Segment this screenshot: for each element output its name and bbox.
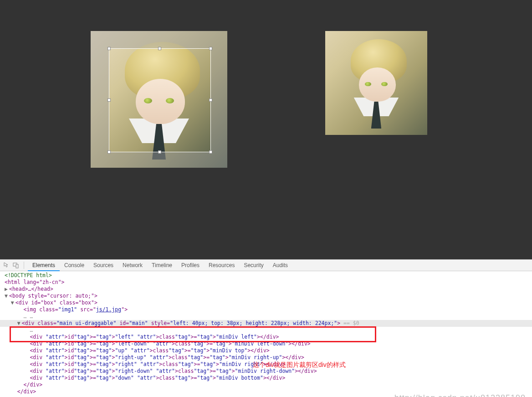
watermark: http://blog.csdn.net/u012385190 xyxy=(394,395,526,397)
crop-handle-bottom-right[interactable] xyxy=(209,150,212,154)
dom-line[interactable]: <div "attr">id"tag">="tag">"down" "attr"… xyxy=(0,375,532,382)
dom-line[interactable]: <div "attr">id"tag">="tag">"right-down" … xyxy=(0,368,532,375)
elements-panel[interactable]: <!DOCTYPE html> <html lang="zh-cn"> ▶<he… xyxy=(0,271,532,397)
crop-handle-top-left[interactable] xyxy=(107,47,111,50)
tab-network[interactable]: Network xyxy=(118,259,147,271)
tab-audits[interactable]: Audits xyxy=(268,259,292,271)
tab-security[interactable]: Security xyxy=(239,259,268,271)
dom-line: <!DOCTYPE html> xyxy=(0,272,532,279)
dom-line: <img class="img1" src="js/1.jpg"> xyxy=(0,306,532,313)
dom-line: … xyxy=(0,327,532,334)
tab-resources[interactable]: Resources xyxy=(204,259,239,271)
dom-line: ▶<head>…</head> xyxy=(0,286,532,293)
crop-source-box xyxy=(91,31,227,168)
crop-preview xyxy=(325,31,427,135)
dom-line: <html lang="zh-cn"> xyxy=(0,279,532,286)
device-toggle-icon[interactable] xyxy=(12,261,20,269)
dom-line-selected[interactable]: ▼<div class="main ui-draggable" id="main… xyxy=(0,320,532,327)
dom-line: … … xyxy=(0,313,532,320)
crop-dim-top xyxy=(91,31,227,48)
tab-profiles[interactable]: Profiles xyxy=(177,259,204,271)
crop-handle-left[interactable] xyxy=(107,98,111,102)
svg-rect-1 xyxy=(16,264,18,268)
crop-dim-right xyxy=(211,48,227,152)
dom-line[interactable]: <div "attr">id"tag">="tag">"left" "attr"… xyxy=(0,334,532,340)
crop-selection[interactable] xyxy=(109,48,211,152)
dom-line: ▼<body style="cursor: auto;"> xyxy=(0,293,532,299)
dom-line[interactable]: <div "attr">id"tag">="tag">"up" "attr">c… xyxy=(0,347,532,354)
crop-dim-left xyxy=(91,48,109,152)
crop-handle-top[interactable] xyxy=(158,47,161,50)
tab-elements[interactable]: Elements xyxy=(28,259,60,271)
inspect-icon[interactable] xyxy=(3,261,11,269)
dom-line[interactable]: <div "attr">id"tag">="tag">"left-down" "… xyxy=(0,340,532,347)
devtools-tabs: ElementsConsoleSourcesNetworkTimelinePro… xyxy=(28,259,292,271)
crop-handle-bottom-left[interactable] xyxy=(107,150,111,154)
dom-line: </div> xyxy=(0,382,532,388)
crop-handle-right[interactable] xyxy=(209,98,212,102)
page-viewport xyxy=(0,0,532,259)
dom-line[interactable]: <div "attr">id"tag">="tag">"right-up" "a… xyxy=(0,354,532,361)
crop-handle-top-right[interactable] xyxy=(209,47,212,50)
tab-console[interactable]: Console xyxy=(60,259,89,271)
tab-timeline[interactable]: Timeline xyxy=(147,259,177,271)
annotation-text: 这个div就是图片裁剪区div的样式 xyxy=(253,361,346,368)
tab-sources[interactable]: Sources xyxy=(89,259,118,271)
crop-dim-bottom xyxy=(91,152,227,168)
dom-line: ▼<div id="box" class="box"> xyxy=(0,299,532,306)
crop-handle-bottom[interactable] xyxy=(158,150,161,154)
devtools-toolbar: ElementsConsoleSourcesNetworkTimelinePro… xyxy=(0,259,532,271)
